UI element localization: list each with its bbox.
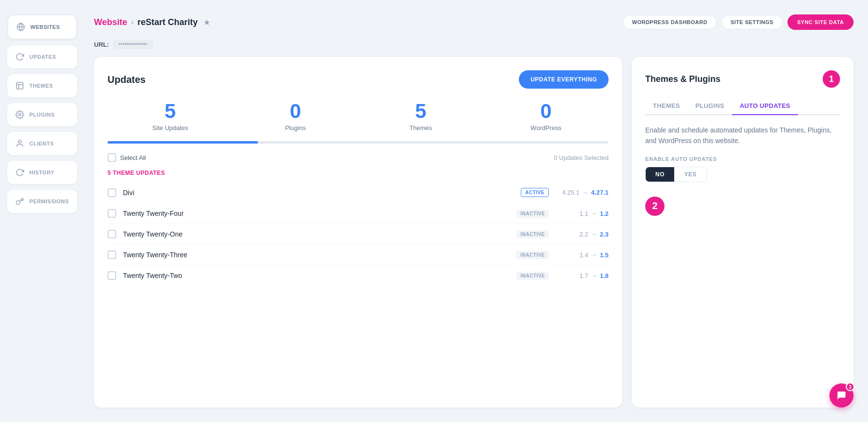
- stat-number-site-updates: 5: [108, 100, 233, 122]
- theme-checkbox-tt[interactable]: [108, 251, 116, 259]
- star-icon[interactable]: ★: [203, 18, 210, 27]
- theme-checkbox-to[interactable]: [108, 230, 116, 238]
- url-bar: URL: ••••••••••••••: [94, 40, 854, 49]
- stat-plugins: 0 Plugins: [233, 100, 358, 132]
- tab-auto-updates[interactable]: AUTO UPDATES: [732, 97, 798, 115]
- updates-title: Updates: [108, 74, 146, 85]
- arrow-icon: →: [591, 231, 597, 237]
- stat-label-site-updates: Site Updates: [108, 124, 233, 132]
- chat-button[interactable]: 3: [829, 383, 854, 408]
- tab-themes[interactable]: THEMES: [645, 97, 688, 115]
- header-actions: WORDPRESS DASHBOARD SITE SETTINGS SYNC S…: [623, 14, 854, 30]
- table-row: Divi ACTIVE 4.25.1 → 4.27.1: [108, 182, 609, 203]
- version-info-ttwo: 1.7 → 1.8: [556, 272, 609, 279]
- select-all-label[interactable]: Select All: [120, 154, 146, 161]
- sidebar-item-label: THEMES: [29, 83, 53, 89]
- wordpress-dashboard-button[interactable]: WORDPRESS DASHBOARD: [623, 15, 717, 29]
- progress-bar-fill: [108, 141, 258, 144]
- stat-label-plugins: Plugins: [233, 124, 358, 132]
- version-to-divi: 4.27.1: [591, 189, 609, 196]
- version-info-tf: 1.1 → 1.2: [556, 210, 609, 217]
- update-everything-button[interactable]: UPDATE EVERYTHING: [519, 70, 609, 89]
- content-area: Updates UPDATE EVERYTHING 5 Site Updates…: [94, 57, 854, 408]
- version-info-tt: 1.4 → 1.5: [556, 251, 609, 259]
- sidebar-item-clients[interactable]: CLIENTS: [7, 132, 77, 155]
- sidebar-item-plugins[interactable]: PLUGINS: [7, 103, 77, 126]
- theme-status-ttwo: INACTIVE: [516, 272, 549, 280]
- theme-status-divi: ACTIVE: [521, 188, 549, 197]
- url-label: URL:: [94, 41, 109, 48]
- version-from-ttwo: 1.7: [580, 272, 588, 279]
- sidebar-item-label: HISTORY: [29, 170, 54, 175]
- sidebar-item-label: PLUGINS: [29, 112, 54, 118]
- sidebar-item-label: PERMISSIONS: [29, 198, 69, 204]
- tabs-row: THEMES PLUGINS AUTO UPDATES: [645, 97, 840, 115]
- stat-number-themes: 5: [358, 100, 484, 122]
- arrow-icon: →: [591, 210, 597, 217]
- theme-name-divi: Divi: [123, 189, 514, 197]
- sidebar-item-history[interactable]: HISTORY: [7, 161, 77, 184]
- auto-updates-label: ENABLE AUTO UPDATES: [645, 156, 840, 162]
- breadcrumb-current: reStart Charity: [137, 17, 198, 27]
- theme-checkbox-ttwo[interactable]: [108, 271, 116, 280]
- svg-point-6: [18, 140, 21, 143]
- theme-status-to: INACTIVE: [516, 230, 549, 238]
- toggle-yes-button[interactable]: YES: [675, 167, 706, 182]
- sidebar-item-permissions[interactable]: PERMISSIONS: [7, 190, 77, 213]
- site-settings-button[interactable]: SITE SETTINGS: [721, 15, 783, 29]
- sidebar-item-websites[interactable]: WEBSITES: [7, 14, 77, 40]
- breadcrumb-link[interactable]: Website: [94, 17, 127, 27]
- select-all-left: Select All: [108, 153, 146, 162]
- updates-header: Updates UPDATE EVERYTHING: [108, 70, 609, 89]
- theme-name-tf: Twenty Twenty-Four: [123, 210, 510, 217]
- theme-checkbox-tf[interactable]: [108, 209, 116, 218]
- table-row: Twenty Twenty-One INACTIVE 2.2 → 2.3: [108, 224, 609, 245]
- stat-wordpress: 0 WordPress: [483, 100, 609, 132]
- progress-bar-container: [108, 141, 609, 144]
- arrow-icon: →: [583, 189, 588, 196]
- stat-site-updates: 5 Site Updates: [108, 100, 233, 132]
- tab-plugins[interactable]: PLUGINS: [688, 97, 732, 115]
- panel-badge-1: 1: [823, 70, 840, 88]
- person-icon: [15, 139, 25, 148]
- url-value: ••••••••••••••: [113, 40, 153, 49]
- updates-selected-count: 0 Updates Selected: [554, 154, 609, 161]
- version-info-divi: 4.25.1 → 4.27.1: [556, 189, 609, 196]
- sidebar: WEBSITES UPDATES THEMES PLUGINS: [0, 0, 84, 422]
- arrow-icon: →: [591, 272, 597, 279]
- breadcrumb-separator: ›: [131, 18, 134, 26]
- version-info-to: 2.2 → 2.3: [556, 231, 609, 238]
- toggle-no-button[interactable]: NO: [646, 167, 674, 182]
- auto-updates-description: Enable and schedule automated updates fo…: [645, 125, 840, 146]
- sidebar-item-updates[interactable]: UPDATES: [7, 45, 77, 68]
- arrow-icon: →: [591, 251, 597, 258]
- panel-header-row: Themes & Plugins 1: [645, 70, 840, 88]
- chat-icon: [836, 390, 847, 401]
- svg-point-5: [19, 114, 21, 116]
- theme-status-tf: INACTIVE: [516, 210, 549, 218]
- main-content: Website › reStart Charity ★ WORDPRESS DA…: [84, 0, 868, 422]
- theme-name-ttwo: Twenty Twenty-Two: [123, 272, 510, 279]
- stat-label-themes: Themes: [358, 124, 484, 132]
- chat-badge: 3: [846, 382, 854, 391]
- theme-name-tt: Twenty Twenty-Three: [123, 251, 510, 259]
- stats-row: 5 Site Updates 0 Plugins 5 Themes 0 Word…: [108, 100, 609, 132]
- sync-site-data-button[interactable]: SYNC SITE DATA: [787, 14, 854, 30]
- page-header: Website › reStart Charity ★ WORDPRESS DA…: [94, 14, 854, 32]
- layout-icon: [15, 81, 25, 91]
- theme-updates-section-header: 5 THEME UPDATES: [108, 170, 609, 176]
- version-to-tf: 1.2: [600, 210, 609, 217]
- version-to-tt: 1.5: [600, 251, 609, 259]
- table-row: Twenty Twenty-Four INACTIVE 1.1 → 1.2: [108, 203, 609, 224]
- table-row: Twenty Twenty-Two INACTIVE 1.7 → 1.8: [108, 265, 609, 286]
- theme-checkbox-divi[interactable]: [108, 188, 116, 197]
- key-icon: [15, 197, 25, 206]
- select-all-row: Select All 0 Updates Selected: [108, 153, 609, 162]
- version-from-tt: 1.4: [580, 251, 588, 259]
- panel-title: Themes & Plugins: [645, 74, 720, 84]
- theme-status-tt: INACTIVE: [516, 251, 549, 259]
- sidebar-item-themes[interactable]: THEMES: [7, 74, 77, 97]
- select-all-checkbox[interactable]: [108, 153, 116, 162]
- panel-badge-2: 2: [645, 197, 665, 216]
- version-to-ttwo: 1.8: [600, 272, 609, 279]
